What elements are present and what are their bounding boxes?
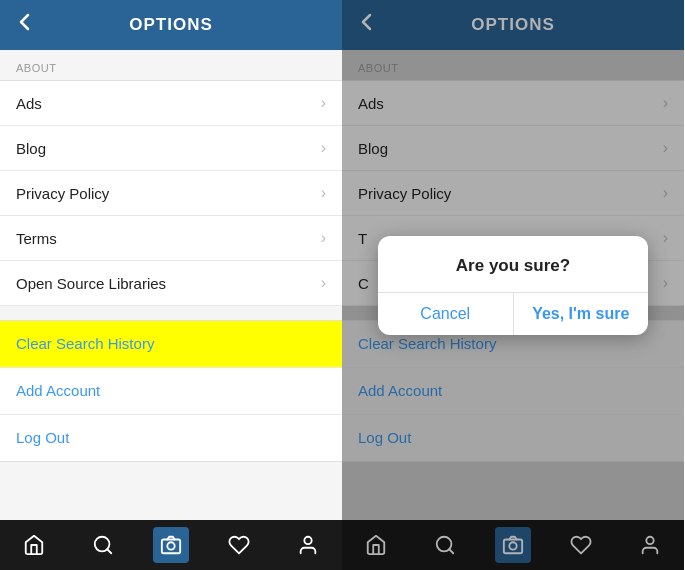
nav-search-icon[interactable] [85,527,121,563]
dialog-overlay: Are you sure? Cancel Yes, I'm sure [342,0,684,570]
menu-item-blog-label: Blog [16,140,46,157]
dialog-buttons: Cancel Yes, I'm sure [378,292,648,335]
chevron-icon: › [321,184,326,202]
menu-item-ads-label: Ads [16,95,42,112]
log-out-button[interactable]: Log Out [0,415,342,461]
chevron-icon: › [321,229,326,247]
right-panel: OPTIONS ABOUT Ads › Blog › Privacy Polic… [342,0,684,570]
nav-home-icon[interactable] [16,527,52,563]
menu-item-privacy-label: Privacy Policy [16,185,109,202]
left-panel: OPTIONS ABOUT Ads › Blog › Privacy Polic… [0,0,342,570]
confirmation-dialog: Are you sure? Cancel Yes, I'm sure [378,236,648,335]
menu-item-opensource[interactable]: Open Source Libraries › [0,261,342,306]
chevron-icon: › [321,274,326,292]
dialog-confirm-button[interactable]: Yes, I'm sure [514,293,649,335]
left-back-button[interactable] [14,11,36,39]
menu-item-ads[interactable]: Ads › [0,81,342,126]
left-bottom-nav [0,520,342,570]
left-actions: Clear Search History Add Account Log Out [0,320,342,462]
left-about-label: ABOUT [0,50,342,80]
chevron-icon: › [321,94,326,112]
menu-item-privacy[interactable]: Privacy Policy › [0,171,342,216]
nav-camera-icon[interactable] [153,527,189,563]
nav-heart-icon[interactable] [221,527,257,563]
nav-person-icon[interactable] [290,527,326,563]
dialog-cancel-button[interactable]: Cancel [378,293,514,335]
add-account-button[interactable]: Add Account [0,368,342,415]
log-out-label: Log Out [16,429,69,446]
chevron-icon: › [321,139,326,157]
left-menu-list: Ads › Blog › Privacy Policy › Terms › Op… [0,80,342,306]
add-account-label: Add Account [16,382,100,399]
clear-search-history-label: Clear Search History [16,335,154,352]
menu-item-terms-label: Terms [16,230,57,247]
svg-line-1 [107,549,111,553]
svg-point-3 [167,542,174,549]
clear-search-history-button[interactable]: Clear Search History [0,321,342,368]
left-header-title: OPTIONS [129,15,213,35]
dialog-title: Are you sure? [378,236,648,292]
menu-item-opensource-label: Open Source Libraries [16,275,166,292]
svg-point-4 [304,537,311,544]
menu-item-blog[interactable]: Blog › [0,126,342,171]
menu-item-terms[interactable]: Terms › [0,216,342,261]
left-header: OPTIONS [0,0,342,50]
